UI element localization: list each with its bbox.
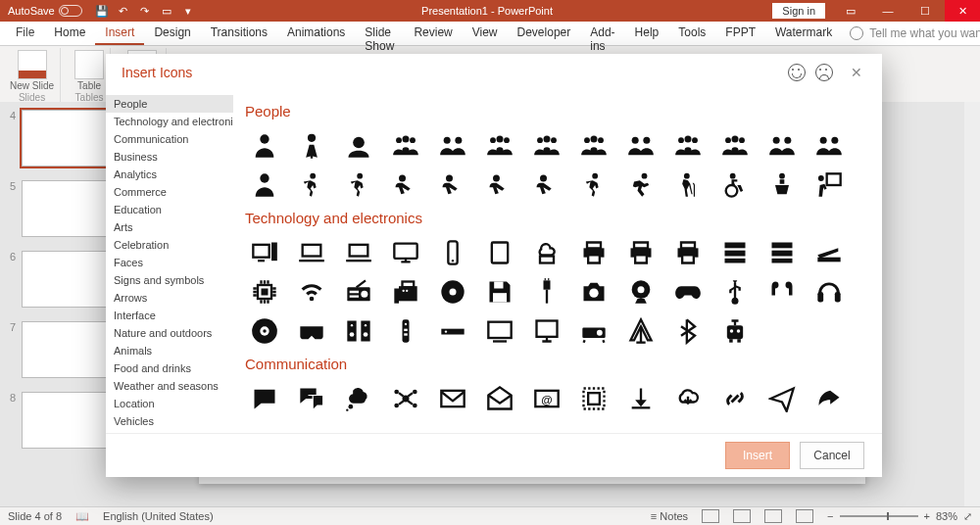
tab-fppt[interactable]: FPPT — [715, 22, 765, 45]
projector-screen-icon[interactable] — [527, 314, 566, 348]
tab-animations[interactable]: Animations — [277, 22, 355, 45]
wheelchair-icon[interactable] — [715, 168, 755, 202]
usb-icon[interactable] — [715, 275, 755, 309]
zoom-level[interactable]: 83% — [936, 510, 957, 522]
fax-icon[interactable] — [386, 275, 425, 309]
tab-insert[interactable]: Insert — [95, 22, 144, 45]
family-3-icon[interactable] — [668, 129, 708, 163]
cpu-chip-icon[interactable] — [245, 275, 284, 309]
person-woman-icon[interactable] — [292, 129, 331, 163]
robot-icon[interactable] — [715, 314, 755, 348]
category-arts[interactable]: Arts — [106, 218, 233, 236]
vinyl-icon[interactable] — [245, 314, 284, 348]
category-commerce[interactable]: Commerce — [106, 183, 233, 201]
couple-mf-icon[interactable] — [621, 129, 661, 163]
speakers-icon[interactable] — [339, 314, 378, 348]
start-slideshow-icon[interactable]: ▭ — [157, 0, 176, 22]
undo-icon[interactable]: ↶ — [114, 0, 133, 22]
server-rack-icon[interactable] — [715, 236, 755, 269]
category-food-and-drinks[interactable]: Food and drinks — [106, 359, 233, 377]
game-controller-icon[interactable] — [668, 275, 708, 309]
couple-baby-icon[interactable] — [809, 129, 849, 163]
changing-table-icon[interactable] — [527, 168, 566, 202]
floppy-icon[interactable] — [480, 275, 519, 309]
person-at-board-icon[interactable] — [809, 168, 849, 202]
network-nodes-icon[interactable] — [386, 382, 425, 415]
category-animals[interactable]: Animals — [106, 342, 233, 359]
category-people[interactable]: People — [106, 95, 233, 113]
earbuds-icon[interactable] — [762, 275, 802, 309]
save-icon[interactable]: 💾 — [92, 0, 112, 22]
share-arrow-icon[interactable] — [809, 382, 849, 415]
autosave-toggle[interactable]: AutoSave — [4, 5, 90, 17]
category-list[interactable]: PeopleTechnology and electronicsCommunic… — [106, 91, 233, 433]
insert-button[interactable]: Insert — [725, 442, 790, 469]
envelope-icon[interactable] — [433, 382, 472, 415]
crawling-baby-icon[interactable] — [433, 168, 472, 202]
person-man-icon[interactable] — [245, 129, 284, 163]
tab-design[interactable]: Design — [144, 22, 200, 45]
minimize-icon[interactable]: — — [870, 0, 906, 22]
couple-kid-icon[interactable] — [762, 129, 802, 163]
tab-transitions[interactable]: Transitions — [201, 22, 277, 45]
webcam-icon[interactable] — [621, 275, 661, 309]
category-business[interactable]: Business — [106, 148, 233, 166]
printer2-icon[interactable] — [621, 236, 661, 269]
ribbon-options-icon[interactable]: ▭ — [833, 0, 868, 22]
laptop-globe-icon[interactable] — [339, 236, 378, 269]
link-chain-icon[interactable] — [715, 382, 755, 415]
kneeling-change-icon[interactable] — [480, 168, 519, 202]
remote-icon[interactable] — [386, 314, 425, 348]
baby-carriage-icon[interactable] — [386, 168, 425, 202]
redo-icon[interactable]: ↷ — [135, 0, 155, 22]
group-5-icon[interactable] — [574, 129, 613, 163]
thought-cloud-icon[interactable] — [339, 382, 378, 415]
sorter-view-icon[interactable] — [733, 509, 751, 523]
tab-home[interactable]: Home — [44, 22, 95, 45]
camera-icon[interactable] — [574, 275, 613, 309]
tab-slide-show[interactable]: Slide Show — [355, 22, 404, 45]
projector-icon[interactable] — [574, 314, 613, 348]
bluetooth-icon[interactable] — [668, 314, 708, 348]
category-technology-and-electronics[interactable]: Technology and electronics — [106, 113, 233, 130]
table-button[interactable]: Table Tables — [69, 48, 111, 105]
laptop-icon[interactable] — [292, 236, 331, 269]
tab-developer[interactable]: Developer — [508, 22, 581, 45]
fit-to-window-icon[interactable]: ⤢ — [963, 510, 972, 523]
category-faces[interactable]: Faces — [106, 254, 233, 271]
close-window-icon[interactable]: ✕ — [945, 0, 980, 22]
wifi-router-icon[interactable] — [292, 275, 331, 309]
family-walking-icon[interactable] — [339, 168, 378, 202]
elder-cane-icon[interactable] — [668, 168, 708, 202]
nas-icon[interactable] — [762, 236, 802, 269]
zoom-control[interactable]: − + 83% ⤢ — [827, 510, 972, 523]
group-contacts-icon[interactable] — [433, 129, 472, 163]
radio-icon[interactable] — [339, 275, 378, 309]
tv-icon[interactable] — [480, 314, 519, 348]
scanner-icon[interactable] — [809, 236, 849, 269]
spellcheck-icon[interactable]: 📖 — [75, 510, 89, 523]
walking-man-solo-icon[interactable] — [292, 168, 331, 202]
chat-bubbles-icon[interactable] — [292, 382, 331, 415]
tab-file[interactable]: File — [6, 22, 44, 45]
category-location[interactable]: Location — [106, 395, 233, 412]
running-icon[interactable] — [621, 168, 661, 202]
category-analytics[interactable]: Analytics — [106, 166, 233, 183]
icon-gallery[interactable]: People Technology and electronics Commun… — [233, 91, 882, 433]
postage-stamp-icon[interactable] — [574, 382, 613, 415]
printer-icon[interactable] — [574, 236, 613, 269]
dialog-close-icon[interactable]: ✕ — [847, 63, 866, 82]
usb-cable-icon[interactable] — [527, 275, 566, 309]
feedback-smile-icon[interactable] — [788, 64, 806, 81]
category-signs-and-symbols[interactable]: Signs and symbols — [106, 271, 233, 289]
group-3-icon[interactable] — [386, 129, 425, 163]
zoom-in-icon[interactable]: + — [924, 510, 930, 522]
category-interface[interactable]: Interface — [106, 307, 233, 324]
cloud-download-icon[interactable] — [668, 382, 708, 415]
printer-multi-icon[interactable] — [668, 236, 708, 269]
signin-button[interactable]: Sign in — [772, 3, 825, 19]
maximize-icon[interactable]: ☐ — [907, 0, 943, 22]
paper-plane-icon[interactable] — [762, 382, 802, 415]
tab-view[interactable]: View — [463, 22, 508, 45]
at-envelope-icon[interactable] — [527, 382, 566, 415]
